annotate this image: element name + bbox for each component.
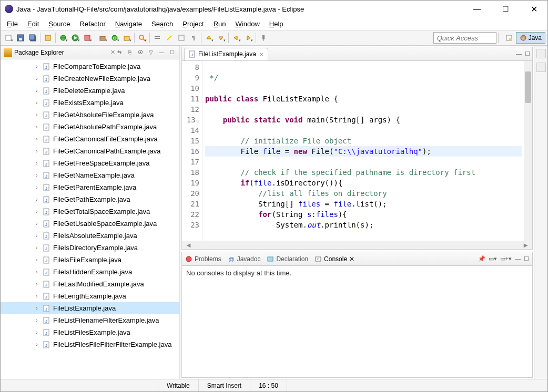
tree-item[interactable]: ›JFileGetPathExample.java — [1, 193, 179, 205]
view-close-icon[interactable]: ✕ — [110, 49, 115, 56]
expand-icon[interactable]: › — [33, 184, 40, 190]
expand-icon[interactable]: › — [33, 148, 40, 154]
menu-run[interactable]: Run — [209, 19, 230, 29]
next-annotation-button[interactable]: ▾ — [215, 32, 227, 44]
tab-problems[interactable]: Problems — [185, 255, 221, 263]
pin-button[interactable] — [258, 32, 269, 44]
tree-item[interactable]: ›JFileGetUsableSpaceExample.java — [1, 218, 179, 230]
menu-window[interactable]: Window — [231, 19, 264, 29]
expand-icon[interactable]: › — [33, 209, 40, 214]
focus-icon[interactable]: ⦿ — [136, 48, 145, 57]
line-gutter[interactable]: 891011121314151617181920212223 — [182, 61, 203, 241]
view-menu-icon[interactable]: ▽ — [147, 48, 155, 57]
new-class-button[interactable]: C▾ — [109, 32, 120, 44]
maximize-view-icon[interactable]: ☐ — [168, 48, 176, 57]
close-button[interactable]: ✕ — [524, 2, 543, 16]
tree-item[interactable]: ›JFileIsFileExample.java — [1, 254, 179, 266]
expand-icon[interactable]: › — [33, 342, 40, 347]
tree-item[interactable]: ›JFileLengthExample.java — [1, 290, 179, 302]
expand-icon[interactable]: › — [33, 257, 40, 263]
editor-minimize-icon[interactable]: — — [516, 50, 522, 57]
vertical-scrollbar[interactable] — [524, 61, 532, 241]
maximize-button[interactable]: ☐ — [496, 2, 515, 16]
tree-item[interactable]: ›JFileDeleteExample.java — [1, 85, 179, 97]
console-pin-icon[interactable]: 📌 — [478, 255, 485, 262]
prev-annotation-button[interactable]: ▾ — [203, 32, 215, 44]
tree-item[interactable]: ›JFileGetAbsolutePathExample.java — [1, 121, 179, 133]
expand-icon[interactable]: › — [33, 269, 40, 275]
link-editor-icon[interactable]: ⎘ — [126, 48, 134, 57]
console-close-icon[interactable]: ✕ — [349, 255, 354, 263]
new-folder-button[interactable]: ▾ — [121, 32, 133, 44]
back-button[interactable]: ▾ — [230, 32, 242, 44]
expand-icon[interactable]: › — [33, 172, 40, 178]
new-package-button[interactable]: ▾ — [97, 32, 108, 44]
perspective-java[interactable]: J Java — [516, 32, 545, 44]
menu-edit[interactable]: Edit — [23, 19, 43, 29]
expand-icon[interactable]: › — [33, 281, 40, 287]
tree-item[interactable]: ›JFileCreateNewFileExample.java — [1, 73, 179, 85]
save-button[interactable] — [15, 32, 26, 44]
tree-item[interactable]: ›JFileGetTotalSpaceExample.java — [1, 205, 179, 218]
expand-icon[interactable]: › — [33, 317, 40, 323]
menu-search[interactable]: Search — [147, 19, 177, 29]
expand-icon[interactable]: › — [33, 64, 40, 69]
save-all-button[interactable] — [27, 32, 38, 44]
expand-icon[interactable]: › — [33, 88, 40, 94]
expand-icon[interactable]: › — [33, 221, 40, 226]
expand-icon[interactable]: › — [33, 160, 40, 166]
minimize-button[interactable]: — — [468, 2, 486, 16]
console-max-icon[interactable]: ☐ — [524, 255, 529, 262]
tree-item[interactable]: ›JFileGetNameExample.java — [1, 169, 179, 181]
menu-project[interactable]: Project — [178, 19, 208, 29]
console-display-icon[interactable]: ▭▾ — [489, 255, 497, 262]
expand-icon[interactable]: › — [33, 197, 40, 202]
tab-declaration[interactable]: Declaration — [267, 255, 308, 263]
expand-icon[interactable]: › — [33, 100, 40, 106]
expand-icon[interactable]: › — [33, 305, 40, 311]
new-button[interactable]: ▾ — [3, 32, 14, 44]
expand-icon[interactable]: › — [33, 124, 40, 130]
search-button[interactable]: ▾ — [136, 32, 148, 44]
forward-button[interactable]: ▾ — [242, 32, 254, 44]
console-min-icon[interactable]: — — [515, 255, 521, 262]
file-tree[interactable]: ›JFileCompareToExample.java›JFileCreateN… — [1, 59, 179, 379]
run-last-button[interactable]: ▾ — [82, 32, 93, 44]
expand-icon[interactable]: › — [33, 76, 40, 81]
toggle-block-button[interactable] — [176, 32, 187, 44]
expand-icon[interactable]: › — [33, 136, 40, 142]
console-new-icon[interactable]: ▭+▾ — [500, 255, 512, 262]
quick-access-input[interactable] — [433, 32, 496, 44]
menu-refactor[interactable]: Refactor — [76, 19, 110, 29]
task-list-button[interactable] — [536, 63, 546, 72]
tree-item[interactable]: ›JFileIsHiddenExample.java — [1, 266, 179, 278]
toggle-breadcrumb-button[interactable] — [151, 32, 163, 44]
expand-icon[interactable]: › — [33, 293, 40, 299]
collapse-all-icon[interactable]: ⇆ — [115, 48, 124, 57]
expand-icon[interactable]: › — [33, 245, 40, 251]
tab-javadoc[interactable]: @Javadoc — [228, 255, 261, 263]
menu-help[interactable]: Help — [265, 19, 288, 29]
tree-item[interactable]: ›JFileListFilesExample.java — [1, 326, 179, 338]
show-whitespace-button[interactable]: ¶ — [188, 32, 199, 44]
open-perspective-button[interactable] — [503, 32, 515, 44]
open-type-button[interactable] — [42, 32, 54, 44]
tree-item[interactable]: ›JFileGetParentExample.java — [1, 181, 179, 193]
outline-view-button[interactable] — [536, 49, 546, 58]
tree-item[interactable]: ›JFileIsDirectoryExample.java — [1, 242, 179, 254]
tree-item[interactable]: ›JFileGetFreeSpaceExample.java — [1, 157, 179, 169]
tree-item[interactable]: ›JFileGetAbsoluteFileExample.java — [1, 109, 179, 121]
toggle-mark-button[interactable] — [164, 32, 175, 44]
debug-button[interactable]: ▾ — [57, 32, 69, 44]
expand-icon[interactable]: › — [33, 112, 40, 118]
tree-item[interactable]: ›JFileListFilenameFilterExample.java — [1, 314, 179, 326]
tree-item[interactable]: ›JFileIsAbsoluteExample.java — [1, 230, 179, 242]
minimize-view-icon[interactable]: — — [157, 48, 166, 57]
run-button[interactable]: ▾ — [69, 32, 81, 44]
tree-item[interactable]: ›JFileListFilesFileFilterFilterExample.j… — [1, 338, 179, 350]
tree-item[interactable]: ›JFileGetCanonicalPathExample.java — [1, 145, 179, 157]
tree-item[interactable]: ›JFileGetCanonicalFileExample.java — [1, 133, 179, 145]
menu-navigate[interactable]: Navigate — [111, 19, 146, 29]
horizontal-scrollbar[interactable]: ◄► — [182, 241, 532, 249]
tree-item[interactable]: ›JFileExistsExample.java — [1, 97, 179, 109]
